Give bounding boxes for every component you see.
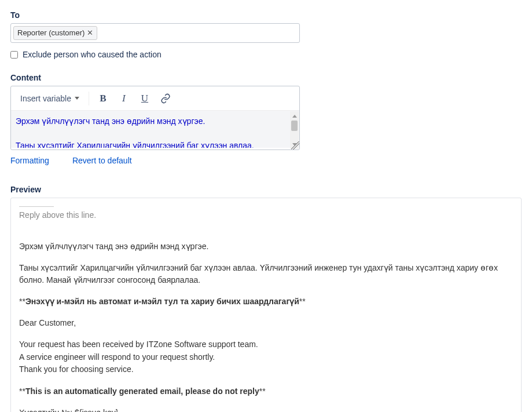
- triangle-up-icon: [292, 115, 297, 118]
- preview-line: Your request has been received by ITZone…: [19, 338, 513, 351]
- recipient-chip[interactable]: Reporter (customer) ✕: [13, 26, 97, 40]
- to-input[interactable]: Reporter (customer) ✕: [10, 23, 300, 43]
- chip-remove-icon[interactable]: ✕: [87, 28, 93, 38]
- preview-text: **: [259, 387, 266, 396]
- resize-handle[interactable]: [291, 141, 299, 150]
- scroll-thumb[interactable]: [291, 121, 298, 131]
- to-label: To: [10, 10, 522, 20]
- preview-line: A service engineer will respond to your …: [19, 351, 513, 364]
- reply-above-text: Reply above this line.: [19, 210, 513, 220]
- preview-line: Thank you for choosing service.: [19, 363, 513, 376]
- preview-paragraph: Dear Customer,: [19, 317, 513, 329]
- exclude-label[interactable]: Exclude person who caused the action: [23, 50, 162, 59]
- scroll-up-button[interactable]: [290, 111, 299, 121]
- preview-block: Хүсэлтийн №: ${issue.key} Хүсэлтийн хура…: [19, 407, 513, 412]
- link-button[interactable]: [155, 89, 176, 108]
- editor-toolbar: Insert variable B I U: [11, 86, 299, 111]
- preview-paragraph: Эрхэм үйлчлүүлэгч танд энэ өдрийн мэнд х…: [19, 240, 513, 253]
- preview-text: **: [299, 297, 306, 306]
- italic-button[interactable]: I: [113, 89, 134, 108]
- reply-divider: [19, 206, 54, 207]
- recipient-chip-label: Reporter (customer): [17, 28, 85, 38]
- scroll-track[interactable]: [290, 121, 299, 140]
- content-textarea[interactable]: [11, 111, 299, 148]
- content-editor: Insert variable B I U: [10, 86, 300, 150]
- preview-text: **: [19, 297, 25, 306]
- content-label: Content: [10, 73, 522, 82]
- insert-variable-label: Insert variable: [20, 94, 71, 103]
- preview-paragraph: Таны хүсэлтийг Харилцагчийн үйлчилгээний…: [19, 262, 513, 286]
- preview-label: Preview: [10, 185, 522, 194]
- toolbar-separator: [89, 92, 89, 105]
- link-icon: [160, 93, 171, 104]
- preview-line: Хүсэлтийн №: ${issue.key}: [19, 407, 513, 412]
- preview-panel: Reply above this line. Эрхэм үйлчлүүлэгч…: [10, 198, 522, 412]
- bold-button[interactable]: B: [93, 89, 113, 108]
- formatting-link[interactable]: Formatting: [10, 156, 49, 165]
- revert-link[interactable]: Revert to default: [72, 156, 132, 165]
- preview-text: **: [19, 387, 25, 396]
- preview-block: Your request has been received by ITZone…: [19, 338, 513, 376]
- underline-icon: U: [141, 93, 148, 104]
- preview-paragraph: **Энэхүү и-мэйл нь автомат и-мэйл тул та…: [19, 296, 513, 308]
- insert-variable-dropdown[interactable]: Insert variable: [14, 92, 85, 105]
- bold-icon: B: [100, 93, 106, 104]
- italic-icon: I: [122, 93, 126, 104]
- preview-paragraph: **This is an automatically generated ema…: [19, 385, 513, 398]
- exclude-checkbox[interactable]: [10, 51, 18, 59]
- preview-bold: This is an automatically generated email…: [25, 387, 259, 396]
- chevron-down-icon: [75, 97, 79, 100]
- preview-bold: Энэхүү и-мэйл нь автомат и-мэйл тул та х…: [25, 297, 299, 306]
- underline-button[interactable]: U: [134, 89, 155, 108]
